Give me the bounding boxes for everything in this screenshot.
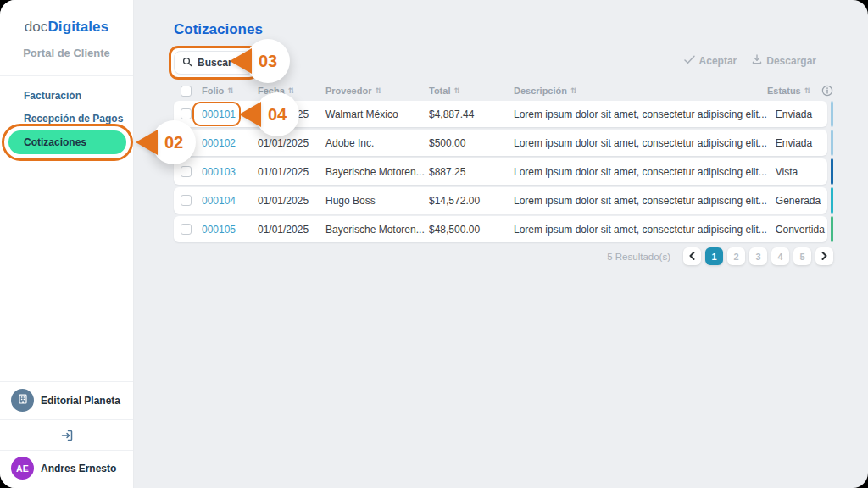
cell-proveedor: Walmart México [326,108,429,120]
cell-fecha: 01/01/2025 [258,195,326,207]
pagination: 5 Resultado(s) 1 2 3 4 5 [174,247,833,265]
sort-icon[interactable]: ⇅ [453,86,460,95]
column-header-total[interactable]: Total⇅ [429,86,514,96]
status-color-pill [831,130,833,156]
logout-button[interactable] [0,429,133,446]
cell-descripcion: Lorem ipsum dolor sit amet, consectetur … [514,224,776,236]
callout-number: 02 [152,120,196,164]
logout-icon [60,429,74,446]
sort-icon[interactable]: ⇅ [227,86,234,95]
callout-step-2: 02 [136,120,196,164]
logo-prefix: doc [25,19,48,35]
cell-proveedor: Bayerische Motoren... [326,166,429,178]
folio-link[interactable]: 000102 [202,137,258,149]
chevron-left-icon [689,252,695,262]
accept-button[interactable]: Aceptar [684,55,737,67]
page-button-1[interactable]: 1 [705,247,723,265]
status-color-pill [831,216,833,242]
download-button[interactable]: Descargar [752,54,816,67]
page-button-4[interactable]: 4 [771,247,789,265]
callout-arrow-icon [136,130,158,155]
sort-icon[interactable]: ⇅ [375,86,381,95]
table-actions: Aceptar Descargar [684,54,816,67]
company-name: Editorial Planeta [41,395,120,407]
column-header-descripcion[interactable]: Descripción⇅ [514,86,767,96]
step2-highlight-box [2,124,133,161]
sort-icon[interactable]: ⇅ [570,86,577,95]
results-count: 5 Resultado(s) [607,252,670,262]
portal-subtitle: Portal de Cliente [0,47,133,59]
sort-icon[interactable]: ⇅ [804,86,811,95]
check-icon [684,55,695,67]
download-label: Descargar [766,55,816,67]
download-icon [752,54,762,67]
app-logo: docDigitales [0,19,133,36]
page-title: Cotizaciones [174,21,263,38]
status-color-pill [831,101,833,127]
divider [0,450,133,451]
cell-total: $4,887.44 [429,108,514,120]
user-name: Andres Ernesto [41,463,116,474]
company-row[interactable]: Editorial Planeta [11,389,120,412]
cell-proveedor: Hugo Boss [326,195,429,207]
folio-link[interactable]: 000104 [202,195,258,207]
divider [0,75,133,76]
cell-descripcion: Lorem ipsum dolor sit amet, consectetur … [514,108,776,120]
cell-fecha: 01/01/2025 [258,137,326,149]
cell-fecha: 01/01/2025 [258,224,326,236]
building-icon [17,393,29,408]
user-initials: AE [16,463,29,474]
company-avatar [11,389,34,412]
chevron-right-icon [821,252,827,262]
divider [0,419,133,420]
row-checkbox[interactable] [181,166,192,177]
column-header-estatus[interactable]: Estatus⇅ [767,86,819,96]
cell-total: $48,500.00 [429,224,514,236]
search-icon [182,57,192,69]
user-row[interactable]: AE Andres Ernesto [11,457,116,480]
cell-descripcion: Lorem ipsum dolor sit amet, consectetur … [514,137,776,149]
row-checkbox[interactable] [181,224,192,235]
search-button-label: Buscar [198,57,232,69]
page-button-2[interactable]: 2 [727,247,745,265]
cell-proveedor: Bayerische Motoren... [326,224,429,236]
previous-page-button[interactable] [683,247,701,265]
cell-estatus: Enviada [776,137,827,149]
column-header-proveedor[interactable]: Proveedor⇅ [326,86,429,96]
cell-fecha: 01/01/2025 [258,166,326,178]
cell-estatus: Vista [776,166,827,178]
divider [0,381,133,382]
cell-estatus: Generada [776,195,827,207]
callout-arrow-icon [239,102,261,127]
callout-step-3: 03 [230,39,290,83]
table-row[interactable]: 000103 01/01/2025 Bayerische Motoren... … [174,158,833,185]
page-button-3[interactable]: 3 [749,247,767,265]
select-all-checkbox[interactable] [181,86,192,97]
row-checkbox[interactable] [181,108,192,119]
cell-proveedor: Adobe Inc. [326,137,429,149]
table-row[interactable]: 000104 01/01/2025 Hugo Boss $14,572.00 L… [174,187,833,214]
logo-suffix: Digitales [47,19,108,35]
cell-total: $14,572.00 [429,195,514,207]
sidebar-item-recepcion-de-pagos[interactable]: Recepción de Pagos [24,113,123,125]
folio-link[interactable]: 000103 [202,166,258,178]
cell-descripcion: Lorem ipsum dolor sit amet, consectetur … [514,195,776,207]
next-page-button[interactable] [815,247,833,265]
cell-total: $500.00 [429,137,514,149]
cell-descripcion: Lorem ipsum dolor sit amet, consectetur … [514,166,776,178]
cell-total: $887.25 [429,166,514,178]
sidebar-item-facturacion[interactable]: Facturación [24,90,81,102]
page-button-5[interactable]: 5 [793,247,811,265]
sidebar: docDigitales Portal de Cliente Facturaci… [0,0,134,488]
info-icon[interactable] [821,85,833,97]
cell-estatus: Convertida [776,224,827,236]
table-row[interactable]: 000105 01/01/2025 Bayerische Motoren... … [174,216,833,242]
cell-estatus: Enviada [776,108,827,120]
status-color-pill [831,158,833,185]
user-avatar: AE [11,457,34,480]
folio-link[interactable]: 000105 [202,224,258,236]
row-checkbox[interactable] [181,195,192,206]
accept-label: Aceptar [699,55,737,67]
step4-highlight-box [192,102,241,126]
app-window: docDigitales Portal de Cliente Facturaci… [0,0,868,488]
